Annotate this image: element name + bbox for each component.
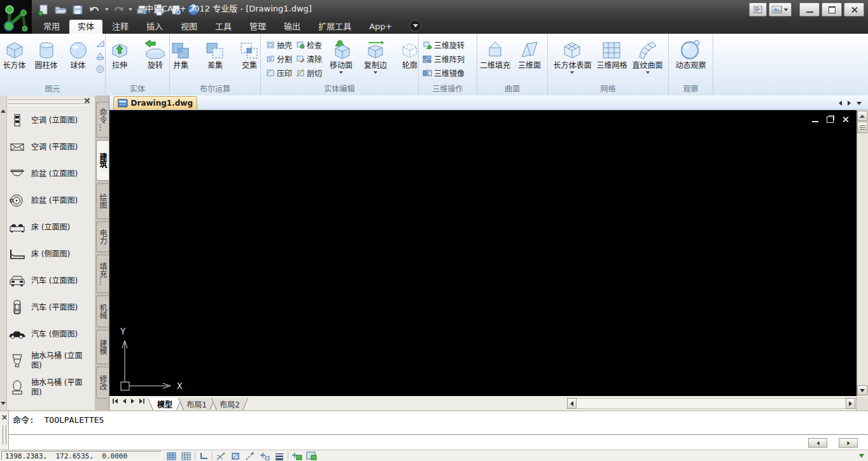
doc-close-icon[interactable] [842, 116, 849, 123]
ribbon-tab-output[interactable]: 输出 [276, 20, 309, 34]
ribbon-tab-express[interactable]: 扩展工具 [310, 20, 360, 34]
palette-tab-architecture[interactable]: 建筑 [96, 140, 109, 181]
close-button[interactable] [844, 3, 864, 17]
scrollbar-thumb[interactable] [857, 122, 867, 133]
palette-item[interactable]: 抽水马桶 (平面图) [6, 374, 95, 401]
scroll-left-button[interactable] [567, 398, 577, 409]
shell-button[interactable]: 抽壳 [266, 39, 292, 50]
first-tab-button[interactable] [113, 399, 118, 404]
command-history[interactable]: 命令: TOOLPALETTES [9, 411, 868, 435]
doc-minimize-icon[interactable] [812, 121, 818, 122]
scroll-up-icon[interactable] [1, 110, 6, 113]
separate-button[interactable]: 分割 [266, 53, 292, 64]
ribbon-tab-manage[interactable]: 管理 [241, 20, 274, 34]
ribbon-tab-app-plus[interactable]: App+ [361, 20, 400, 34]
palette-item[interactable]: 汽车 (平面图) [6, 294, 95, 321]
imprint-button[interactable]: 压印 [266, 67, 292, 78]
palette-item[interactable]: 空调 (平面图) [6, 134, 95, 160]
palette-tab-modeling[interactable]: 建模 [96, 330, 109, 364]
palette-tab-electric[interactable]: 电力 [96, 222, 109, 252]
vertical-scrollbar[interactable] [857, 110, 868, 396]
palette-tab-modify[interactable]: 修改 [96, 367, 109, 399]
palette-item[interactable]: 床 (侧面图) [6, 241, 95, 267]
command-drag-grip[interactable] [3, 425, 6, 444]
check-button[interactable]: 检查 [296, 39, 322, 50]
undo-button[interactable] [87, 3, 102, 17]
document-tab[interactable]: Drawing1.dwg [113, 96, 197, 110]
open-file-button[interactable] [53, 3, 68, 17]
extrude-button[interactable]: 拉伸 [104, 37, 135, 70]
ribbon-tab-tools[interactable]: 工具 [207, 20, 240, 34]
layout-tab-model[interactable]: 模型 [148, 398, 182, 411]
mirror3d-button[interactable]: 三维镜像 [423, 67, 465, 78]
command-line-panel[interactable]: 命令: TOOLPALETTES 命令: [0, 410, 868, 450]
dropdown-icon[interactable] [339, 71, 343, 74]
tab-scroll-left-icon[interactable] [839, 101, 842, 106]
sphere-button[interactable]: 球体 [63, 37, 94, 70]
scrollbar-track[interactable] [857, 133, 868, 385]
command-scroll-right-button[interactable] [839, 438, 858, 448]
dropdown-icon[interactable] [374, 71, 377, 74]
prev-tab-button[interactable] [123, 399, 126, 404]
palette-tab-mechanical[interactable]: 机械 [96, 295, 109, 327]
new-file-button[interactable] [36, 3, 51, 17]
subtract-button[interactable]: 差集 [200, 37, 230, 70]
ribbon-tab-view[interactable]: 视图 [172, 20, 206, 34]
union-button[interactable]: 并集 [165, 37, 196, 70]
next-tab-button[interactable] [131, 399, 134, 404]
palette-item[interactable]: 汽车 (侧面图) [6, 321, 95, 348]
ribbon-tab-solid[interactable]: 实体 [69, 20, 102, 34]
command-prompt-row[interactable]: 命令: [9, 436, 868, 450]
palette-item[interactable]: 空调 (立面图) [6, 107, 95, 134]
workspace-dropdown-icon[interactable] [784, 8, 788, 11]
palette-tab-draw[interactable]: 绘图 [96, 183, 109, 219]
ribbon-tab-home[interactable]: 常用 [35, 20, 68, 34]
clean-button[interactable]: 清除 [296, 53, 322, 64]
rotate3d-button[interactable]: 三维旋转 [423, 39, 465, 50]
layout-tab-layout2[interactable]: 布局2 [211, 398, 248, 411]
osnap-toggle[interactable] [229, 451, 242, 461]
doc-restore-icon[interactable] [827, 117, 834, 123]
app-logo[interactable] [0, 0, 32, 34]
mesh3d-button[interactable]: 三维网格 [595, 37, 628, 70]
redo-button[interactable] [111, 3, 126, 17]
palette-tab-hatch[interactable]: 填充… [96, 255, 109, 293]
box-button[interactable]: 长方体 [0, 37, 30, 70]
lineweight-toggle[interactable] [273, 451, 286, 461]
solid2d-button[interactable]: 二维填充 [480, 37, 510, 70]
slice-button[interactable]: 剖切 [296, 67, 322, 78]
tab-list-dropdown-icon[interactable] [857, 102, 862, 105]
polar-toggle[interactable] [214, 451, 227, 461]
restore-button[interactable] [822, 3, 842, 17]
ortho-toggle[interactable] [197, 451, 210, 461]
workspace-switch-button[interactable] [769, 3, 792, 17]
move-face-button[interactable]: 移动面 [326, 37, 356, 74]
ribbon-tab-insert[interactable]: 插入 [138, 20, 171, 34]
palette-item[interactable]: 脸盆 (平面图) [6, 187, 95, 214]
status-menu-dropdown-icon[interactable] [859, 454, 864, 458]
tab-scroll-right-icon[interactable] [848, 101, 851, 106]
copy-edge-button[interactable]: 复制边 [360, 37, 391, 74]
last-tab-button[interactable] [139, 399, 144, 404]
orbit-button[interactable]: 动态观察 [674, 37, 707, 70]
scroll-down-button[interactable] [857, 385, 867, 395]
layout-tab-layout1[interactable]: 布局1 [178, 398, 215, 411]
undo-dropdown-icon[interactable] [105, 8, 109, 11]
save-button[interactable] [70, 3, 85, 17]
palette-tab-command[interactable]: 命令… [96, 102, 109, 138]
horizontal-scrollbar[interactable] [567, 398, 855, 409]
hscroll-track[interactable] [577, 398, 846, 409]
ruled-surface-button[interactable]: 直纹曲面 [631, 37, 664, 74]
scroll-right-button[interactable] [846, 398, 855, 409]
dropdown-icon[interactable] [570, 71, 574, 74]
ribbon-minimize-button[interactable] [409, 20, 421, 32]
otrack-toggle[interactable] [244, 451, 256, 461]
scroll-down-icon[interactable] [1, 402, 6, 405]
box-surface-button[interactable]: 长方体表面 [552, 37, 592, 74]
intersect-button[interactable]: 交集 [234, 37, 265, 70]
palette-item[interactable]: 抽水马桶 (立面图) [6, 348, 95, 374]
face3d-button[interactable]: 三维面 [514, 37, 545, 70]
palette-close-icon[interactable] [84, 97, 90, 104]
model-space-toggle[interactable] [290, 451, 303, 461]
array3d-button[interactable]: 三维阵列 [423, 53, 465, 64]
